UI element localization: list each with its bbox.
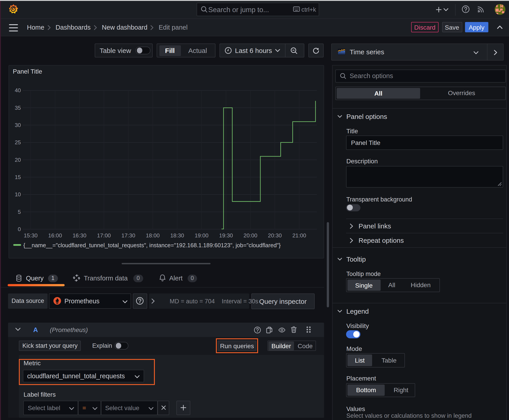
svg-text:25: 25 — [15, 139, 21, 145]
svg-text:35: 35 — [15, 105, 21, 111]
svg-text:20:00: 20:00 — [243, 232, 257, 238]
svg-text:20:30: 20:30 — [268, 232, 282, 238]
svg-text:0: 0 — [17, 226, 21, 232]
svg-text:{__name__="cloudflared_tunnel_: {__name__="cloudflared_tunnel_total_requ… — [23, 242, 281, 248]
svg-text:20: 20 — [15, 157, 21, 163]
svg-text:15:30: 15:30 — [23, 232, 38, 238]
svg-text:16:00: 16:00 — [48, 232, 62, 238]
svg-text:17:00: 17:00 — [97, 232, 111, 238]
svg-text:30: 30 — [15, 122, 21, 128]
svg-text:40: 40 — [15, 87, 21, 93]
svg-text:5: 5 — [17, 209, 21, 215]
svg-text:16:30: 16:30 — [72, 232, 86, 238]
svg-text:19:30: 19:30 — [219, 232, 233, 238]
svg-text:15: 15 — [15, 174, 21, 180]
svg-text:19:00: 19:00 — [194, 232, 208, 238]
svg-text:21:00: 21:00 — [292, 232, 306, 238]
svg-text:10: 10 — [15, 191, 21, 197]
svg-text:17:30: 17:30 — [121, 232, 135, 238]
svg-text:18:00: 18:00 — [146, 232, 160, 238]
svg-text:18:30: 18:30 — [170, 232, 184, 238]
